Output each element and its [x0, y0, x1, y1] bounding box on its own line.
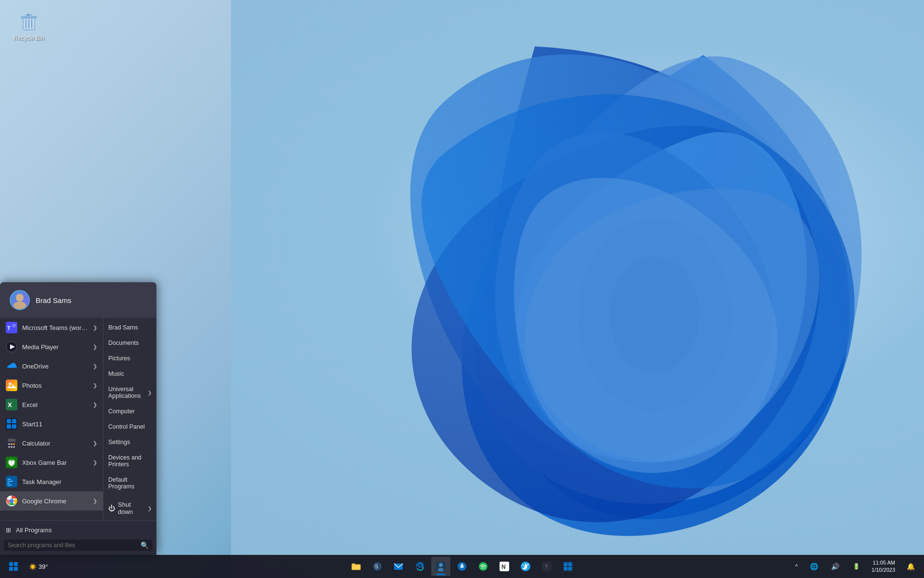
- app-label-taskmanager: Task Manager: [22, 478, 97, 486]
- taskbar: ☀️ 39° S: [0, 555, 924, 578]
- quick-link-label-settings: Settings: [108, 439, 152, 446]
- svg-point-19: [9, 382, 12, 385]
- app-label-xbox: Xbox Game Bar: [22, 459, 88, 466]
- app-label-chrome: Google Chrome: [22, 498, 88, 505]
- quick-link-label-universal-apps: Universal Applications: [108, 386, 145, 399]
- svg-rect-41: [7, 485, 12, 486]
- app-arrow-teams: ❯: [93, 325, 97, 331]
- clock-time: 11:05 AM: [872, 559, 895, 566]
- taskbar-clock[interactable]: 11:05 AM 1/10/2023: [868, 559, 899, 574]
- app-item-chrome[interactable]: Google Chrome❯: [0, 491, 103, 511]
- quick-link-music[interactable]: Music: [103, 366, 156, 381]
- recycle-bin-icon[interactable]: ♻ Recycle Bin: [10, 10, 48, 41]
- app-arrow-calculator: ❯: [93, 440, 97, 447]
- app-arrow-onedrive: ❯: [93, 363, 97, 369]
- taskbar-stardock-app[interactable]: S: [368, 557, 387, 576]
- taskbar-stardock-person[interactable]: [431, 557, 450, 576]
- taskbar-1password[interactable]: [452, 557, 472, 576]
- quick-link-documents[interactable]: Documents: [103, 335, 156, 351]
- taskbar-edge[interactable]: [410, 557, 429, 576]
- taskbar-stardock-start11[interactable]: [558, 557, 578, 576]
- taskbar-battery-icon[interactable]: 🔋: [847, 557, 866, 576]
- start-footer: ⊞ All Programs 🔍: [0, 520, 156, 555]
- app-label-start11: Start11: [22, 420, 97, 428]
- quick-link-computer[interactable]: Computer: [103, 404, 156, 419]
- app-icon-teams: T: [6, 322, 17, 333]
- quick-link-devices-printers[interactable]: Devices and Printers: [103, 450, 156, 472]
- user-avatar: [10, 290, 30, 310]
- app-icon-onedrive: [6, 360, 17, 372]
- svg-text:♻: ♻: [27, 13, 29, 16]
- taskbar-notion[interactable]: N: [495, 557, 514, 576]
- app-arrow-mediaplayer: ❯: [93, 344, 97, 350]
- quick-link-default-programs[interactable]: Default Programs: [103, 472, 156, 494]
- taskbar-start-button[interactable]: [4, 557, 23, 576]
- svg-text:T: T: [7, 325, 11, 331]
- quick-link-universal-apps[interactable]: Universal Applications❯: [103, 381, 156, 404]
- search-input[interactable]: [8, 542, 138, 549]
- taskbar-notification[interactable]: 🔔: [901, 557, 920, 576]
- taskbar-unknown-app[interactable]: ?: [537, 557, 556, 576]
- svg-point-31: [13, 443, 15, 445]
- taskbar-tray-chevron[interactable]: ^: [791, 557, 802, 576]
- svg-point-34: [13, 446, 15, 448]
- shutdown-button[interactable]: ⏻ Shut down ❯: [103, 496, 156, 520]
- svg-point-59: [462, 566, 462, 567]
- app-icon-calculator: [6, 437, 17, 449]
- svg-rect-24: [12, 419, 16, 423]
- app-item-onedrive[interactable]: OneDrive❯: [0, 356, 103, 376]
- taskbar-right: ^ 🌐 🔊 🔋 11:05 AM 1/10/2023 🔔: [791, 557, 920, 576]
- app-arrow-chrome: ❯: [93, 498, 97, 504]
- quick-link-settings[interactable]: Settings: [103, 434, 156, 450]
- app-item-taskmanager[interactable]: Task Manager: [0, 472, 103, 491]
- recycle-bin-image: ♻: [17, 10, 40, 33]
- all-programs-label: All Programs: [16, 526, 51, 534]
- shutdown-label: Shut down: [118, 501, 144, 515]
- quick-link-arrow-universal-apps: ❯: [148, 390, 152, 395]
- taskbar-network-icon[interactable]: 🌐: [804, 557, 823, 576]
- quick-link-label-brad-sams: Brad Sams: [108, 324, 152, 331]
- app-item-teams[interactable]: TMicrosoft Teams (work or school)❯: [0, 318, 103, 337]
- app-icon-mediaplayer: [6, 341, 17, 353]
- app-label-mediaplayer: Media Player: [22, 343, 88, 351]
- search-bar[interactable]: 🔍: [4, 539, 153, 551]
- clock-date: 1/10/2023: [872, 566, 895, 574]
- weather-icon: ☀️: [29, 563, 37, 570]
- svg-rect-48: [14, 567, 18, 571]
- svg-text:X: X: [8, 401, 12, 408]
- taskbar-spotify[interactable]: [474, 557, 493, 576]
- svg-point-30: [11, 443, 13, 445]
- apps-list: TMicrosoft Teams (work or school)❯Media …: [0, 318, 103, 520]
- recycle-bin-label: Recycle Bin: [13, 35, 44, 41]
- app-item-xbox[interactable]: Xbox Game Bar❯: [0, 453, 103, 472]
- shutdown-icon: ⏻: [108, 504, 115, 512]
- all-programs-icon: ⊞: [6, 526, 11, 534]
- quick-link-pictures[interactable]: Pictures: [103, 351, 156, 366]
- start-menu: Brad Sams TMicrosoft Teams (work or scho…: [0, 282, 156, 555]
- taskbar-twitter[interactable]: [516, 557, 535, 576]
- weather-widget[interactable]: ☀️ 39°: [25, 563, 52, 570]
- taskbar-file-explorer[interactable]: [346, 557, 366, 576]
- quick-link-control-panel[interactable]: Control Panel: [103, 419, 156, 434]
- weather-temp: 39°: [38, 563, 48, 570]
- svg-rect-18: [6, 380, 17, 391]
- app-item-start11[interactable]: Start11: [0, 414, 103, 434]
- svg-point-29: [8, 443, 10, 445]
- svg-rect-69: [564, 567, 567, 570]
- app-icon-photos: [6, 380, 17, 391]
- taskbar-volume-icon[interactable]: 🔊: [825, 557, 845, 576]
- quick-link-label-control-panel: Control Panel: [108, 423, 152, 430]
- svg-point-33: [11, 446, 13, 448]
- quick-link-brad-sams[interactable]: Brad Sams: [103, 320, 156, 335]
- start-menu-header[interactable]: Brad Sams: [0, 282, 156, 318]
- all-programs-item[interactable]: ⊞ All Programs: [0, 523, 156, 538]
- svg-rect-38: [7, 479, 11, 480]
- app-icon-chrome: [6, 495, 17, 507]
- taskbar-mail[interactable]: [389, 557, 408, 576]
- app-item-calculator[interactable]: Calculator❯: [0, 434, 103, 453]
- app-item-excel[interactable]: XExcel❯: [0, 395, 103, 414]
- svg-rect-67: [564, 563, 567, 566]
- app-item-mediaplayer[interactable]: Media Player❯: [0, 337, 103, 356]
- svg-text:?: ?: [545, 564, 548, 569]
- app-item-photos[interactable]: Photos❯: [0, 376, 103, 395]
